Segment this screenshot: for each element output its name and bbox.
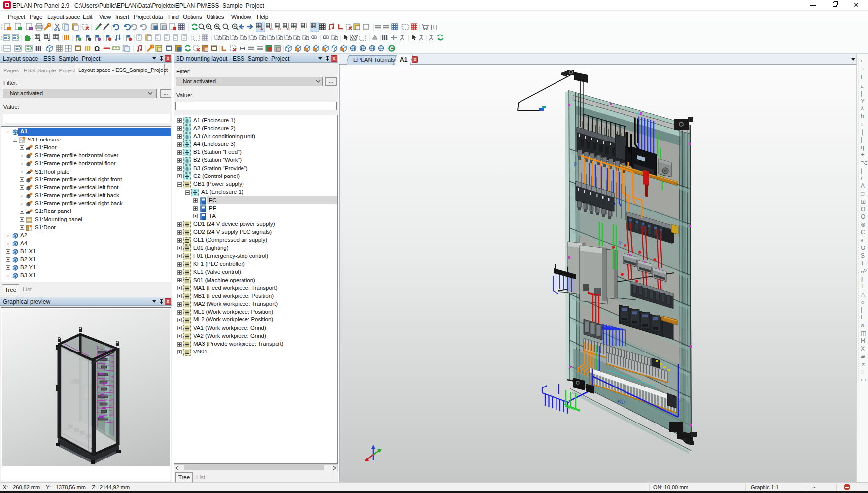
svg-text:Χ: Χ [861,345,865,352]
svg-text:□: □ [861,190,864,197]
svg-text:S: S [861,252,865,259]
svg-text:⌜: ⌜ [861,59,864,66]
svg-text:H: H [861,337,865,344]
svg-text:B: B [270,27,273,31]
svg-text:ɥ: ɥ [861,144,864,151]
svg-text:⌅: ⌅ [861,360,866,367]
svg-text:⌞: ⌞ [861,82,864,89]
svg-text:⌝: ⌝ [861,67,864,73]
svg-text:◌: ◌ [861,368,864,375]
svg-text:Ω: Ω [94,45,100,53]
svg-text:+: + [861,151,864,158]
svg-text:|: | [861,306,862,313]
svg-text:▰: ▰ [861,353,866,360]
svg-text:☍: ☍ [861,268,867,275]
svg-text:|: | [861,136,862,143]
svg-text:O: O [861,245,865,251]
svg-text:Y: Y [861,98,865,105]
svg-text:C: C [278,27,281,31]
svg-text:+: + [208,24,210,29]
svg-text:∥: ∥ [861,276,864,282]
svg-text:◫: ◫ [861,330,866,337]
svg-text:1: 1 [38,37,41,42]
svg-text:T: T [861,260,865,267]
svg-text:C: C [861,229,865,236]
svg-text:Λ: Λ [861,182,865,189]
svg-text:⌥: ⌥ [861,159,868,166]
svg-text:I: I [861,314,862,321]
svg-text:△: △ [861,291,866,298]
svg-text:⊛: ⊛ [861,221,866,228]
svg-text:D: D [287,27,290,31]
svg-text:λ: λ [861,105,864,112]
svg-text:+: + [234,24,236,29]
svg-text:|T|: |T| [431,24,437,30]
svg-text:◐: ◐ [861,237,864,244]
svg-text:⌠: ⌠ [861,128,864,136]
svg-text:|: | [861,90,862,97]
svg-text:/: / [861,175,863,182]
svg-text:h: h [861,113,864,120]
svg-text:2: 2 [48,37,50,42]
svg-text:A: A [260,27,263,31]
svg-text:E: E [295,27,298,31]
svg-text:L: L [861,74,864,81]
svg-text:▭: ▭ [861,376,866,383]
svg-text:⟂: ⟂ [861,283,865,290]
svg-text:4: 4 [57,37,60,42]
svg-text:O: O [861,206,865,212]
svg-text:τ: τ [861,121,863,128]
svg-text:+: + [216,24,218,29]
svg-text:|: | [861,167,862,174]
svg-text:○: ○ [861,299,864,306]
svg-text:O: O [861,213,865,220]
svg-text:⊞: ⊞ [861,198,866,205]
svg-text:⌀: ⌀ [861,322,864,329]
